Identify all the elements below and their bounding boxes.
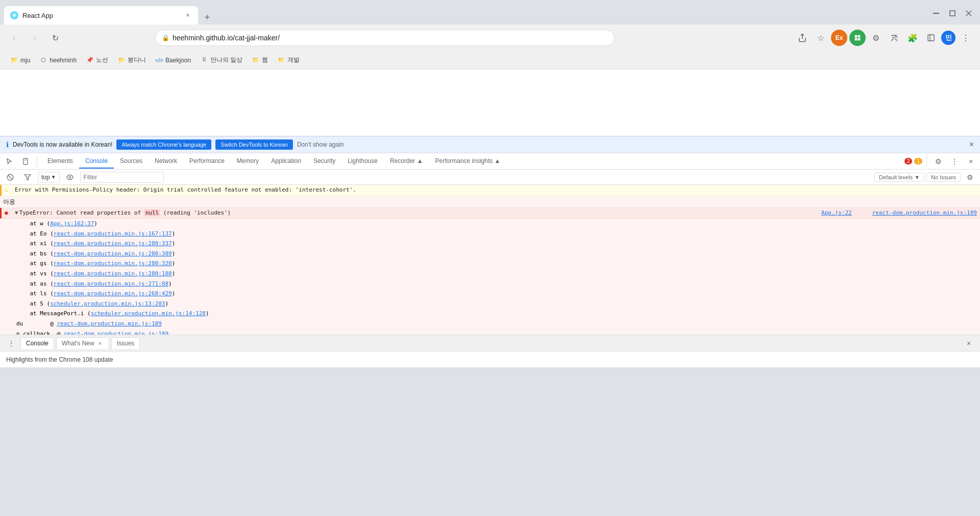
lock-icon: 🔒 <box>162 34 169 41</box>
tab-performance-insights[interactable]: Performance insights ▲ <box>429 154 507 169</box>
console-error-header-row: ● ▼ TypeError: Cannot read properties of… <box>0 208 980 219</box>
extension-orange-icon[interactable]: Ex <box>831 30 847 46</box>
stack-link-10[interactable]: scheduler.production.min.js:14:128 <box>91 310 206 317</box>
bookmark-github-icon: ⬡ <box>39 56 47 64</box>
error-icon: ● <box>5 209 13 216</box>
tab-lighthouse[interactable]: Lighthouse <box>341 154 384 169</box>
stack-link-5[interactable]: react-dom.production.min.js:280:320 <box>54 260 172 267</box>
devtools-more-button[interactable]: ⋮ <box>947 154 962 169</box>
tab-elements[interactable]: Elements <box>41 154 79 169</box>
bookmark-web[interactable]: 📁 웹 <box>248 54 272 66</box>
devtools-separator <box>37 156 37 167</box>
bookmark-heehminh-label: heehminh <box>50 57 77 64</box>
forward-button[interactable]: › <box>27 30 43 46</box>
context-selector[interactable]: top ▼ <box>38 172 60 183</box>
tab-sources[interactable]: Sources <box>114 154 149 169</box>
bookmark-mju[interactable]: 📁 mju <box>6 54 34 66</box>
match-language-button[interactable]: Always match Chrome's language <box>116 139 211 150</box>
bookmark-folder4-icon: 📁 <box>277 56 285 64</box>
devtools-device-icon[interactable] <box>18 154 33 169</box>
error-message: TypeError: Cannot read properties of nul… <box>19 209 817 218</box>
bottom-tab-console[interactable]: Console <box>20 337 54 349</box>
puzzle-icon[interactable]: 🧩 <box>904 30 921 46</box>
stack-link-9[interactable]: scheduler.production.min.js:13:203 <box>50 300 165 307</box>
console-clear-button[interactable] <box>3 170 17 184</box>
bookmark-dev-label: 개발 <box>287 56 300 64</box>
console-eye-button[interactable] <box>63 170 77 184</box>
stack-link-4[interactable]: react-dom.production.min.js:280:389 <box>54 250 172 257</box>
default-levels-dropdown[interactable]: Default levels ▼ <box>874 173 924 182</box>
stack-link-3[interactable]: react-dom.production.min.js:280:337 <box>54 240 172 247</box>
svg-point-15 <box>69 176 71 178</box>
devtools-topbar: Elements Console Sources Network Perform… <box>0 153 980 170</box>
console-filter-input[interactable] <box>80 172 164 183</box>
settings-icon[interactable]: ⚙ <box>868 30 884 46</box>
tab-console[interactable]: Console <box>79 154 114 169</box>
stack-link-7[interactable]: react-dom.production.min.js:271:88 <box>54 280 168 287</box>
bottom-tab-whats-new-close[interactable]: × <box>96 340 104 347</box>
tab-recorder[interactable]: Recorder ▲ <box>384 154 429 169</box>
reload-button[interactable]: ↻ <box>47 30 63 46</box>
sidebar-icon[interactable] <box>923 30 939 46</box>
bookmark-dev[interactable]: 📁 개발 <box>273 54 304 66</box>
stack-link-6[interactable]: react-dom.production.min.js:280:180 <box>54 270 172 277</box>
console-korean-row: 아옹 <box>0 196 980 208</box>
tab-network[interactable]: Network <box>149 154 183 169</box>
bookmark-dots-icon: ⠿ <box>200 56 208 64</box>
tab-security[interactable]: Security <box>307 154 341 169</box>
bookmark-heehminh[interactable]: ⬡ heehminh <box>35 54 81 66</box>
console-filter-button[interactable] <box>20 170 35 184</box>
error-expand-arrow[interactable]: ▼ <box>15 209 18 216</box>
switch-korean-button[interactable]: Switch DevTools to Korean <box>215 139 292 150</box>
bookmark-anna[interactable]: ⠿ 안나의 일상 <box>196 54 247 66</box>
window-minimize-button[interactable] <box>929 6 943 20</box>
svg-line-13 <box>8 175 12 179</box>
stack-link-2[interactable]: react-dom.production.min.js:167:137 <box>54 230 172 237</box>
devtools-close-button[interactable]: × <box>964 154 978 169</box>
window-close-button[interactable] <box>962 6 976 20</box>
tab-close-button[interactable]: × <box>184 11 192 19</box>
translate-icon[interactable] <box>886 30 902 46</box>
devtools-bottom-close-button[interactable]: × <box>962 336 976 350</box>
chrome-menu-button[interactable]: ⋮ <box>958 30 974 46</box>
tab-performance[interactable]: Performance <box>183 154 231 169</box>
extension-green-icon[interactable] <box>849 30 866 46</box>
window-maximize-button[interactable] <box>945 6 960 20</box>
notification-close-button[interactable]: × <box>969 140 974 149</box>
named-link-callback[interactable]: react-dom.production.min.js:189 <box>64 331 168 335</box>
browser-tab[interactable]: ⚛ React App × <box>4 6 198 25</box>
share-icon[interactable] <box>794 30 811 46</box>
devtools-cursor-icon[interactable] <box>2 154 16 169</box>
console-warning-row: ⚠ Error with Permissions-Policy header: … <box>0 185 980 196</box>
bottom-tab-whats-new[interactable]: What's New × <box>56 337 109 349</box>
named-link-du[interactable]: react-dom.production.min.js:189 <box>57 320 161 327</box>
bookmark-web-label: 웹 <box>262 56 268 64</box>
error-reactdom-link[interactable]: react-dom.production.min.js:189 <box>852 209 977 216</box>
devtools-settings-button[interactable]: ⚙ <box>931 154 945 169</box>
svg-rect-7 <box>858 38 861 41</box>
url-bar[interactable]: 🔒 heehminh.github.io/cat-jjal-maker/ <box>155 30 615 46</box>
named-stack-du: du @ react-dom.production.min.js:189 <box>0 319 980 329</box>
console-output[interactable]: ⚠ Error with Permissions-Policy header: … <box>0 185 980 335</box>
profile-button[interactable]: 민 <box>941 31 955 45</box>
new-tab-button[interactable]: + <box>200 10 214 25</box>
bookmark-icon[interactable]: ☆ <box>813 30 829 46</box>
bottom-menu-button[interactable]: ⋮ <box>4 336 18 350</box>
dont-show-again-button[interactable]: Don't show again <box>297 141 344 148</box>
bookmark-noson[interactable]: 📌 노선 <box>82 54 112 66</box>
bottom-tab-console-label: Console <box>26 340 48 347</box>
bookmark-bungdani[interactable]: 📁 붕다니 <box>113 54 150 66</box>
context-dropdown-icon: ▼ <box>51 174 56 180</box>
tab-memory[interactable]: Memory <box>231 154 265 169</box>
bottom-tab-issues[interactable]: Issues <box>111 337 140 349</box>
stack-link-8[interactable]: react-dom.production.min.js:268:429 <box>54 290 172 297</box>
back-button[interactable]: ‹ <box>6 30 22 46</box>
svg-rect-6 <box>855 38 857 41</box>
stack-link-1[interactable]: App.js:162:37 <box>50 220 94 227</box>
console-settings-button[interactable]: ⚙ <box>963 170 977 184</box>
bookmark-baekjoon[interactable]: </> Baekjoon <box>151 54 195 66</box>
bookmarks-bar: 📁 mju ⬡ heehminh 📌 노선 📁 붕다니 </> Baekjoon… <box>0 51 980 69</box>
stack-row-7: at as (react-dom.production.min.js:271:8… <box>0 279 980 289</box>
tab-application[interactable]: Application <box>265 154 307 169</box>
error-source-link[interactable]: App.js:22 <box>817 209 852 216</box>
